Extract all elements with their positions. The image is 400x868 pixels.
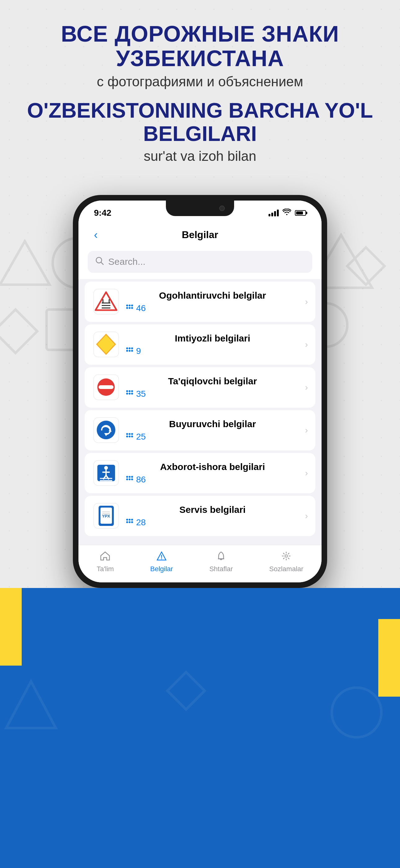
svg-point-63	[129, 478, 131, 480]
svg-point-45	[129, 433, 131, 435]
header-subtitle-ru: с фотографиями и объяснением	[19, 74, 381, 89]
list-item[interactable]: Imtiyozli belgilari 9	[85, 324, 315, 365]
item-count: 25	[136, 432, 146, 442]
svg-point-35	[131, 390, 133, 392]
item-icon-prohibit	[92, 373, 120, 401]
tab-belgilar[interactable]: Belgilar	[150, 551, 173, 573]
chevron-right-icon: ›	[305, 340, 308, 349]
svg-text:YPX: YPX	[102, 514, 110, 519]
front-camera	[219, 206, 225, 211]
list-item[interactable]: Axborot-ishora belgilari 86	[85, 453, 315, 493]
list-item[interactable]: YPX Servis belgilari	[85, 496, 315, 536]
wifi-icon	[282, 209, 291, 217]
chevron-right-icon: ›	[305, 297, 308, 307]
tab-shtaflar[interactable]: Shtaflar	[209, 551, 233, 573]
svg-point-26	[131, 347, 133, 349]
item-icon-info	[92, 459, 120, 487]
svg-marker-84	[167, 672, 205, 709]
svg-rect-32	[99, 385, 113, 389]
tab-sozlamalar[interactable]: Sozlamalar	[269, 551, 303, 573]
chevron-right-icon: ›	[305, 468, 308, 478]
list-item[interactable]: Ogohlantiruvchi belgilar 46	[85, 282, 315, 322]
item-content: Ta'qiqlovchi belgilar 35	[126, 376, 299, 399]
navigation-bar: ‹ Belgilar	[78, 222, 322, 246]
search-bar[interactable]: Search...	[88, 251, 312, 273]
item-count: 35	[136, 389, 146, 399]
search-icon	[95, 256, 104, 267]
svg-point-76	[131, 521, 133, 523]
item-title: Ogohlantiruvchi belgilar	[126, 290, 299, 301]
tab-label-talim: Ta'lim	[97, 565, 114, 573]
svg-point-37	[129, 393, 131, 395]
phone-notch	[166, 200, 234, 216]
svg-point-83	[332, 688, 381, 737]
item-title: Axborot-ishora belgilari	[126, 462, 299, 472]
dots-icon	[126, 476, 133, 483]
svg-point-74	[126, 521, 128, 523]
tab-talim[interactable]: Ta'lim	[97, 551, 114, 573]
bell-icon	[217, 551, 226, 563]
svg-point-24	[126, 347, 128, 349]
phone-frame: 9:42	[73, 195, 327, 588]
item-content: Ogohlantiruvchi belgilar 46	[126, 290, 299, 313]
back-button[interactable]: ‹	[94, 228, 98, 242]
svg-point-62	[126, 478, 128, 480]
tab-bar: Ta'lim Belgilar	[78, 545, 322, 582]
item-icon-mandatory	[92, 416, 120, 444]
tab-label-belgilar: Belgilar	[150, 565, 173, 573]
list-container: Ogohlantiruvchi belgilar 46	[78, 282, 322, 545]
svg-point-20	[129, 307, 131, 309]
chevron-right-icon: ›	[305, 382, 308, 393]
svg-point-38	[131, 393, 133, 395]
list-item[interactable]: Ta'qiqlovchi belgilar 35	[85, 367, 315, 408]
svg-point-44	[126, 433, 128, 435]
item-count: 46	[136, 303, 146, 313]
item-icon-service: YPX	[92, 502, 120, 530]
svg-point-75	[129, 521, 131, 523]
item-title: Buyuruvchi belgilar	[126, 419, 299, 429]
chevron-right-icon: ›	[305, 425, 308, 435]
battery-icon	[295, 210, 306, 216]
home-icon	[100, 551, 110, 563]
svg-point-33	[126, 390, 128, 392]
svg-point-46	[131, 433, 133, 435]
screen-title: Belgilar	[182, 229, 218, 241]
svg-point-71	[126, 519, 128, 521]
svg-point-79	[161, 558, 162, 559]
svg-marker-82	[6, 681, 56, 728]
svg-point-17	[129, 305, 131, 306]
svg-point-81	[285, 555, 288, 557]
svg-point-59	[126, 476, 128, 478]
item-title: Imtiyozli belgilari	[126, 333, 299, 344]
svg-point-28	[129, 350, 131, 352]
list-item[interactable]: Buyuruvchi belgilar 25	[85, 410, 315, 451]
tab-label-sozlamalar: Sozlamalar	[269, 565, 303, 573]
svg-point-60	[129, 476, 131, 478]
item-content: Imtiyozli belgilari 9	[126, 333, 299, 356]
item-title: Ta'qiqlovchi belgilar	[126, 376, 299, 386]
dots-icon	[126, 390, 133, 397]
item-icon-priority	[92, 331, 120, 359]
svg-point-18	[131, 305, 133, 306]
dots-icon	[126, 305, 133, 312]
svg-point-64	[131, 478, 133, 480]
svg-point-34	[129, 390, 131, 392]
item-count: 9	[136, 346, 141, 356]
svg-point-61	[131, 476, 133, 478]
svg-point-19	[126, 307, 128, 309]
item-title: Servis belgilari	[126, 504, 299, 515]
search-container: Search...	[78, 246, 322, 279]
item-content: Buyuruvchi belgilar 25	[126, 419, 299, 442]
status-time: 9:42	[94, 208, 111, 218]
svg-point-72	[129, 519, 131, 521]
item-icon-warning	[92, 288, 120, 316]
search-input[interactable]: Search...	[108, 256, 145, 267]
signal-bars-icon	[269, 210, 279, 216]
warning-triangle-icon	[157, 551, 167, 563]
svg-point-49	[131, 436, 133, 437]
svg-point-25	[129, 347, 131, 349]
svg-point-42	[104, 428, 108, 432]
svg-point-36	[126, 393, 128, 395]
item-content: Servis belgilari 28	[126, 504, 299, 527]
item-count: 86	[136, 475, 146, 485]
